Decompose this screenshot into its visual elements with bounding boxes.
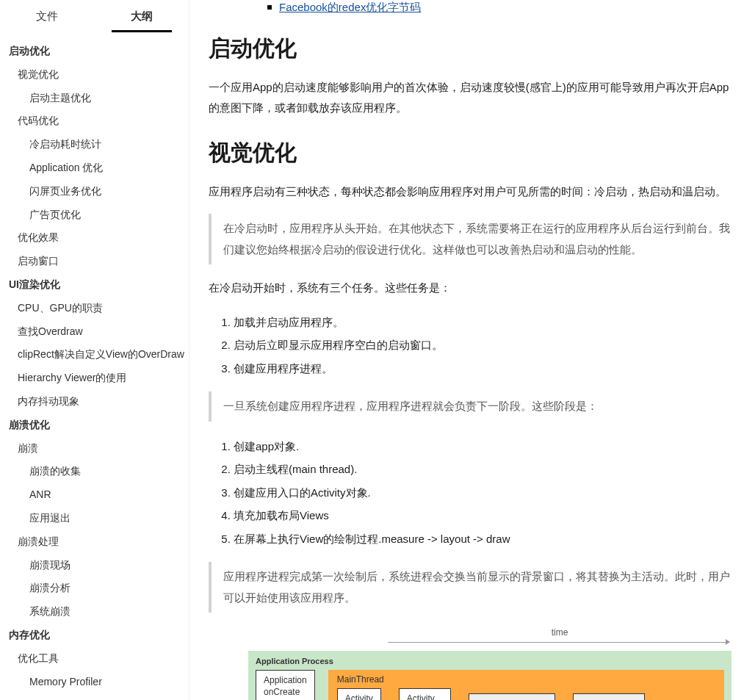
diagram-main-thread-title: MainThread [337, 674, 717, 685]
bullet-icon [267, 5, 272, 10]
diagram-box-other: <other stuff> [573, 693, 644, 700]
outline-item[interactable]: Hierarchy Viewer的使用 [0, 367, 189, 390]
diagram-time-arrow-icon [388, 639, 730, 646]
document-content: Facebook的redex优化字节码 启动优化 一个应用App的启动速度能够影… [189, 0, 755, 700]
quote-window-swap: 应用程序进程完成第一次绘制后，系统进程会交换当前显示的背景窗口，将其替换为主活动… [209, 562, 731, 613]
link-facebook-redex[interactable]: Facebook的redex优化字节码 [267, 1, 421, 15]
outline-item[interactable]: 代码优化 [0, 109, 189, 133]
outline-item[interactable]: 崩溃分析 [0, 577, 189, 600]
outline-item[interactable]: 优化工具 [0, 647, 189, 671]
startup-diagram: time Application Process Application onC… [248, 627, 731, 700]
outline-item[interactable]: 广告页优化 [0, 203, 189, 227]
paragraph-visual-intro: 应用程序启动有三种状态，每种状态都会影响应用程序对用户可见所需的时间：冷启动，热… [209, 181, 731, 203]
quote-cold-start: 在冷启动时，应用程序从头开始。在其他状态下，系统需要将正在运行的应用程序从后台运… [209, 214, 731, 264]
list-item: 在屏幕上执行View的绘制过程.measure -> layout -> dra… [234, 527, 731, 551]
outline-item[interactable]: 闪屏页业务优化 [0, 180, 189, 203]
diagram-box-activity-oncreate: Activity onCreate [399, 688, 451, 700]
outline-item[interactable]: 视觉优化 [0, 63, 189, 87]
heading-visual-opt: 视觉优化 [209, 138, 731, 168]
outline-item[interactable]: 查找Overdraw [0, 320, 189, 344]
outline-item[interactable]: 内存优化 [0, 624, 189, 647]
list-item: 创建应用入口的Activity对象. [234, 481, 731, 505]
link-text: Facebook的redex优化字节码 [279, 1, 421, 15]
list-item: 创建应用程序进程。 [234, 357, 731, 380]
outline-item[interactable]: UI渲染优化 [0, 273, 189, 297]
list-item: 加载并启动应用程序。 [234, 311, 731, 334]
diagram-time-label: time [388, 627, 731, 638]
outline-item[interactable]: Memory Profiler [0, 671, 189, 694]
outline-item[interactable]: CPU、GPU的职责 [0, 297, 189, 320]
diagram-main-thread: MainThread Activity init Activity onCrea… [328, 670, 724, 700]
list-process-phases: 创建app对象.启动主线程(main thread).创建应用入口的Activi… [209, 435, 731, 551]
outline-item[interactable]: 冷启动耗时统计 [0, 133, 189, 156]
outline-item[interactable]: 崩溃处理 [0, 530, 189, 554]
heading-launch-opt: 启动优化 [209, 34, 731, 64]
diagram-box-app-oncreate: Application onCreate [256, 670, 315, 700]
outline-item[interactable]: 应用退出 [0, 507, 189, 530]
paragraph-cold-tasks: 在冷启动开始时，系统有三个任务。这些任务是： [209, 278, 731, 299]
list-item: 启动后立即显示应用程序空白的启动窗口。 [234, 333, 731, 357]
outline-item[interactable]: clipRect解决自定义View的OverDraw [0, 343, 189, 367]
list-item: 填充加载布局Views [234, 504, 731, 527]
outline-item[interactable]: 崩溃 [0, 437, 189, 461]
list-system-tasks: 加载并启动应用程序。启动后立即显示应用程序空白的启动窗口。创建应用程序进程。 [209, 311, 731, 380]
paragraph-launch-intro: 一个应用App的启动速度能够影响用户的首次体验，启动速度较慢(感官上)的应用可能… [209, 77, 731, 119]
sidebar: 文件 大纲 启动优化视觉优化启动主题优化代码优化冷启动耗时统计Applicati… [0, 0, 189, 700]
diagram-box-activity-init: Activity init [337, 688, 381, 700]
outline-item[interactable]: 内存抖动现象 [0, 390, 189, 414]
outline-item[interactable]: 系统崩溃 [0, 600, 189, 624]
outline-item[interactable]: 崩溃现场 [0, 554, 189, 577]
list-item: 创建app对象. [234, 435, 731, 458]
diagram-app-process-title: Application Process [256, 657, 724, 665]
tab-file[interactable]: 文件 [0, 0, 95, 32]
tab-outline[interactable]: 大纲 [95, 0, 189, 32]
outline-item[interactable]: Memory Analyzer（MAT） [0, 693, 189, 700]
outline-item[interactable]: 启动窗口 [0, 250, 189, 273]
list-item: 启动主线程(main thread). [234, 458, 731, 481]
outline-item[interactable]: 启动优化 [0, 40, 189, 63]
quote-next-phase: 一旦系统创建应用程序进程，应用程序进程就会负责下一阶段。这些阶段是： [209, 392, 731, 422]
outline-item[interactable]: ANR [0, 483, 189, 507]
outline-item[interactable]: 崩溃优化 [0, 414, 189, 437]
diagram-app-process: Application Process Application onCreate… [248, 651, 731, 700]
outline-item[interactable]: 优化效果 [0, 226, 189, 250]
outline-list: 启动优化视觉优化启动主题优化代码优化冷启动耗时统计Application 优化闪… [0, 32, 189, 700]
diagram-box-inflate: inflate views, etc [469, 693, 555, 700]
outline-item[interactable]: 崩溃的收集 [0, 460, 189, 483]
outline-item[interactable]: Application 优化 [0, 156, 189, 180]
outline-item[interactable]: 启动主题优化 [0, 87, 189, 110]
sidebar-tabs: 文件 大纲 [0, 0, 189, 32]
